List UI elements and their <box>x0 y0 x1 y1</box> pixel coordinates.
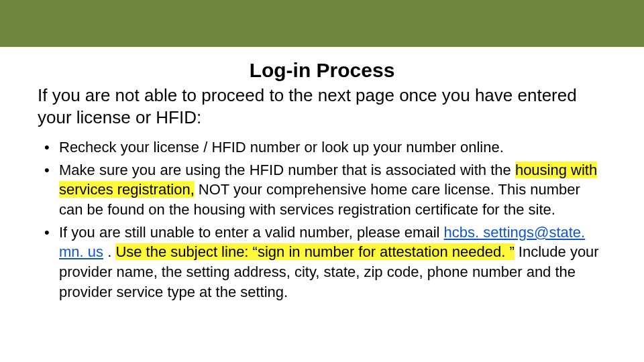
slide-content: Log-in Process If you are not able to pr… <box>0 59 644 302</box>
highlight-subject: Use the subject line: “sign in number fo… <box>115 243 514 260</box>
bullet-list: Recheck your license / HFID number or lo… <box>38 137 606 302</box>
bullet-3-pre: If you are still unable to enter a valid… <box>59 224 444 241</box>
slide-title: Log-in Process <box>38 59 606 82</box>
bullet-item-3: If you are still unable to enter a valid… <box>38 223 606 302</box>
header-bar <box>0 0 644 47</box>
bullet-3-mid: . <box>103 243 115 260</box>
bullet-item-1: Recheck your license / HFID number or lo… <box>38 137 606 158</box>
bullet-2-pre: Make sure you are using the HFID number … <box>59 162 515 178</box>
intro-text: If you are not able to proceed to the ne… <box>38 84 606 128</box>
bullet-item-2: Make sure you are using the HFID number … <box>38 160 606 220</box>
